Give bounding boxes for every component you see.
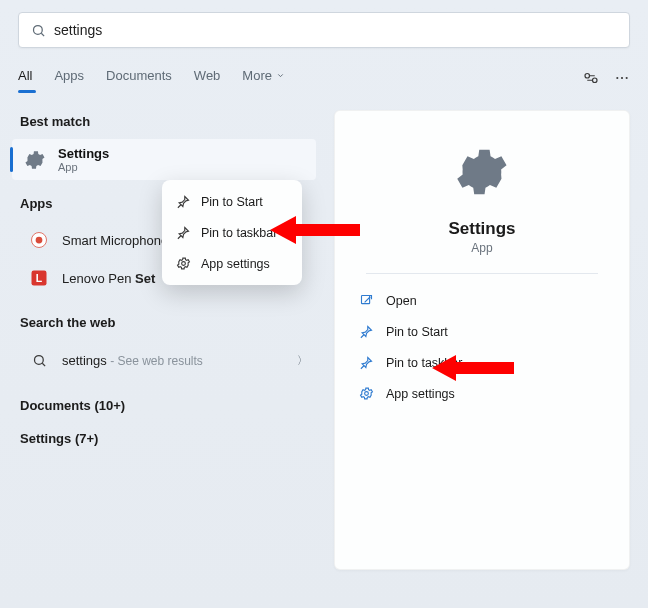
pin-icon [176, 194, 191, 209]
svg-point-12 [34, 355, 43, 364]
pin-icon [359, 324, 374, 339]
mic-app-icon [26, 227, 52, 253]
cm-pin-start[interactable]: Pin to Start [166, 186, 298, 217]
app-result-name: Lenovo Pen Set [62, 271, 155, 286]
action-label: Open [386, 294, 417, 308]
svg-point-16 [365, 392, 369, 396]
action-pin-taskbar[interactable]: Pin to taskbar [353, 350, 611, 375]
web-term: settings [62, 353, 107, 368]
detail-title: Settings [448, 219, 515, 239]
app-name-prefix: Lenovo Pen [62, 271, 135, 286]
svg-point-4 [616, 77, 618, 79]
tab-more-label: More [242, 68, 272, 83]
detail-subtitle: App [471, 241, 492, 255]
context-menu: Pin to Start Pin to taskbar App settings [162, 180, 302, 285]
section-best-match: Best match [20, 114, 316, 129]
action-open[interactable]: Open [353, 288, 611, 313]
action-label: App settings [386, 387, 455, 401]
open-icon [359, 293, 374, 308]
action-label: Pin to taskbar [386, 356, 462, 370]
web-search-result[interactable]: settings - See web results 〉 [18, 340, 316, 380]
pin-icon [359, 355, 374, 370]
search-icon [31, 23, 46, 38]
action-label: Pin to Start [386, 325, 448, 339]
search-tabs: All Apps Documents Web More [18, 64, 630, 92]
best-match-name: Settings [58, 146, 109, 161]
results-column: Best match Settings App Apps Smart Micro… [18, 110, 316, 570]
search-scope-icon[interactable] [582, 69, 600, 87]
search-icon [26, 347, 52, 373]
cm-pin-taskbar[interactable]: Pin to taskbar [166, 217, 298, 248]
svg-text:L: L [36, 272, 43, 284]
cm-label: App settings [201, 257, 270, 271]
section-settings[interactable]: Settings (7+) [20, 431, 316, 446]
lenovo-app-icon: L [26, 265, 52, 291]
svg-point-0 [34, 25, 43, 34]
svg-rect-15 [362, 296, 370, 304]
svg-point-3 [593, 78, 598, 83]
cm-app-settings[interactable]: App settings [166, 248, 298, 279]
svg-point-17 [182, 262, 186, 266]
svg-point-5 [621, 77, 623, 79]
web-result-text: settings - See web results [62, 353, 203, 368]
gear-icon [451, 141, 513, 203]
search-bar[interactable]: settings [18, 12, 630, 48]
app-name-match: Set [135, 271, 155, 286]
detail-panel: Settings App Open Pin to Start Pin to ta… [334, 110, 630, 570]
more-icon[interactable] [614, 70, 630, 86]
app-result-name: Smart Microphone [62, 233, 168, 248]
cm-label: Pin to taskbar [201, 226, 277, 240]
divider [366, 273, 598, 274]
svg-point-9 [36, 237, 43, 244]
tab-apps[interactable]: Apps [54, 68, 84, 89]
action-pin-start[interactable]: Pin to Start [353, 319, 611, 344]
cm-label: Pin to Start [201, 195, 263, 209]
tab-web[interactable]: Web [194, 68, 221, 89]
action-app-settings[interactable]: App settings [353, 381, 611, 406]
gear-icon [22, 147, 48, 173]
search-query: settings [54, 22, 102, 38]
web-hint: - See web results [107, 354, 203, 368]
pin-icon [176, 225, 191, 240]
svg-point-2 [585, 74, 590, 79]
svg-line-13 [42, 363, 45, 366]
tab-documents[interactable]: Documents [106, 68, 172, 89]
best-match-result[interactable]: Settings App [12, 139, 316, 180]
section-search-web: Search the web [20, 315, 316, 330]
svg-line-1 [41, 33, 44, 36]
section-documents[interactable]: Documents (10+) [20, 398, 316, 413]
chevron-right-icon: 〉 [297, 353, 308, 368]
gear-icon [359, 386, 374, 401]
tab-all[interactable]: All [18, 68, 32, 89]
gear-icon [176, 256, 191, 271]
svg-point-6 [626, 77, 628, 79]
tab-more[interactable]: More [242, 68, 285, 89]
best-match-type: App [58, 161, 109, 173]
chevron-down-icon [276, 71, 285, 80]
